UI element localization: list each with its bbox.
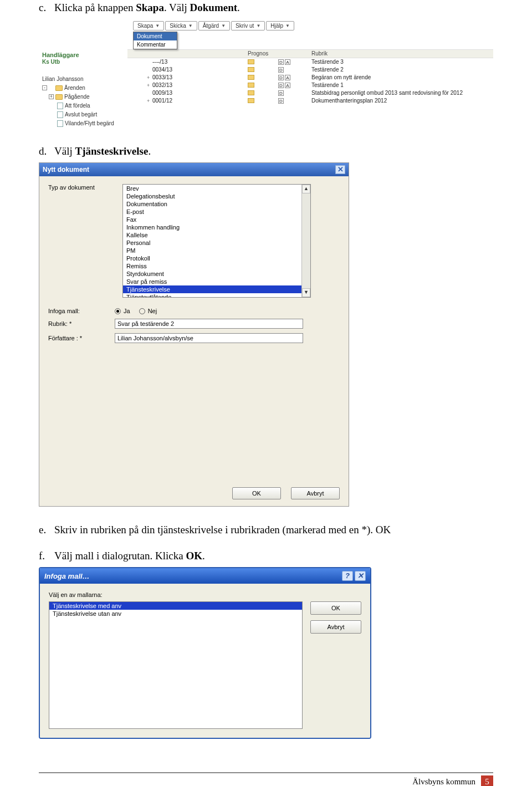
dropdown-item-dokument[interactable]: Dokument — [134, 32, 177, 40]
folder-icon — [248, 75, 254, 80]
list-item[interactable]: Dokumentation — [123, 200, 310, 208]
ok-button[interactable]: OK — [232, 487, 281, 499]
atgard-button[interactable]: Åtgärd▼ — [198, 21, 230, 30]
instruction-d: d. Välj Tjänsteskrivelse. — [39, 144, 493, 160]
list-item[interactable]: Tjänsteskrivelse utan anv — [49, 610, 302, 617]
rubrik-input[interactable] — [115, 319, 303, 329]
help-icon[interactable]: ? — [342, 571, 353, 581]
label-doc-type: Typ av dokument — [48, 184, 115, 194]
forfattare-input[interactable] — [115, 333, 303, 343]
list-item[interactable]: PM — [123, 247, 310, 254]
list-item[interactable]: Fax — [123, 216, 310, 223]
skapa-button[interactable]: Skapa▼ — [133, 21, 164, 30]
skrivut-button[interactable]: Skriv ut▼ — [231, 21, 265, 30]
dialog-title: Infoga mall… — [44, 572, 90, 580]
table-row[interactable]: 0009/13DStatsbidrag personligt ombud 201… — [127, 89, 493, 97]
scroll-down-icon[interactable]: ▼ — [302, 288, 310, 297]
doc-type-listbox[interactable]: BrevDelegationsbeslutDokumentationE-post… — [122, 184, 311, 298]
tree-item[interactable]: -Ärenden — [42, 84, 127, 93]
list-item[interactable]: Brev — [123, 185, 310, 192]
template-listbox[interactable]: Tjänsteskrivelse med anvTjänsteskrivelse… — [49, 601, 303, 729]
list-item[interactable]: Tjänsteutlåtande — [123, 293, 310, 298]
skicka-button[interactable]: Skicka▼ — [165, 21, 197, 30]
page-number: 5 — [481, 775, 493, 786]
table-row[interactable]: +0001/12DDokumenthanteringsplan 2012 — [127, 97, 493, 105]
scrollbar[interactable]: ▲ ▼ — [301, 185, 310, 297]
list-item[interactable]: Protokoll — [123, 254, 310, 262]
table-row[interactable]: 0034/13DTestärende 2 — [127, 66, 493, 74]
skapa-dropdown: Dokument Kommentar — [133, 32, 177, 49]
list-item[interactable]: Tjänsteskrivelse — [123, 285, 310, 293]
tree-item[interactable]: Att fördela — [42, 101, 127, 110]
footer-org: Älvsbyns kommun — [412, 777, 475, 787]
doc-icon — [57, 111, 63, 118]
toolbar: Skapa▼ Skicka▼ Åtgärd▼ Skriv ut▼ Hjälp▼ — [39, 19, 493, 32]
list-letter: d. — [39, 144, 54, 160]
list-item[interactable]: Personal — [123, 239, 310, 247]
folder-icon — [55, 94, 63, 100]
table-row[interactable]: +0032/13DATestärende 1 — [127, 81, 493, 89]
instruction-e: e. Skriv in rubriken på din tjänsteskriv… — [39, 522, 493, 538]
table-row[interactable]: +0033/13DABegäran om nytt ärende — [127, 74, 493, 81]
screenshot-case-list: Skapa▼ Skicka▼ Åtgärd▼ Skriv ut▼ Hjälp▼ … — [39, 19, 493, 128]
table-headers: PrognosRubrik — [127, 49, 493, 58]
hjalp-button[interactable]: Hjälp▼ — [266, 21, 294, 30]
instruction-text: Klicka på knappen Skapa. Välj Dokument. — [54, 0, 240, 16]
label-infoga-mall: Infoga mall: — [48, 308, 115, 314]
folder-icon — [248, 67, 254, 72]
screenshot-insert-template-dialog: Infoga mall… ? ✕ Välj en av mallarna: Tj… — [39, 567, 371, 739]
list-letter: e. — [39, 522, 54, 538]
screenshot-new-document-dialog: Nytt dokument ✕ Typ av dokument BrevDele… — [39, 162, 349, 507]
table-row[interactable]: ----/13DATestärende 3 — [127, 58, 493, 66]
main-table: PrognosRubrik ----/13DATestärende 30034/… — [127, 49, 493, 128]
doc-icon — [57, 103, 63, 109]
radio-ja[interactable] — [115, 308, 121, 314]
dialog-titlebar: Nytt dokument ✕ — [39, 163, 349, 176]
close-icon[interactable]: ✕ — [335, 165, 345, 174]
instruction-text: Välj Tjänsteskrivelse. — [54, 144, 151, 160]
page-footer: Älvsbyns kommun 5 — [39, 772, 493, 786]
sidebar: Handläggare Ks Utb Lilian Johansson -Äre… — [39, 49, 127, 128]
list-item[interactable]: Kallelse — [123, 231, 310, 239]
list-item[interactable]: E-post — [123, 208, 310, 216]
tree-item[interactable]: +Pågående — [42, 93, 127, 101]
list-item[interactable]: Tjänsteskrivelse med anv — [49, 602, 302, 610]
nav-tree: Lilian Johansson -Ärenden +Pågående Att … — [42, 75, 127, 128]
instruction-c: c. Klicka på knappen Skapa. Välj Dokumen… — [39, 0, 493, 16]
sidebar-subtitle: Ks Utb — [42, 59, 127, 65]
folder-icon — [248, 90, 254, 95]
user-name: Lilian Johansson — [42, 75, 127, 84]
ok-button[interactable]: OK — [310, 601, 361, 615]
avbryt-button[interactable]: Avbryt — [291, 487, 340, 499]
radio-nej[interactable] — [139, 308, 145, 314]
label-forfattare: Författare : * — [48, 335, 115, 341]
list-item[interactable]: Remiss — [123, 262, 310, 270]
list-letter: c. — [39, 0, 54, 16]
instruction-text: Välj mall i dialogrutan. Klicka OK. — [54, 548, 205, 564]
list-item[interactable]: Svar på remiss — [123, 278, 310, 285]
instruction-f: f. Välj mall i dialogrutan. Klicka OK. — [39, 548, 493, 564]
list-item[interactable]: Delegationsbeslut — [123, 192, 310, 200]
sidebar-title: Handläggare — [42, 52, 127, 58]
list-item[interactable]: Styrdokument — [123, 270, 310, 278]
doc-icon — [57, 120, 63, 127]
list-letter: f. — [39, 548, 54, 564]
label-rubrik: Rubrik: * — [48, 320, 115, 327]
folder-icon — [248, 59, 254, 64]
dialog-title: Nytt dokument — [43, 166, 89, 173]
tree-item[interactable]: Vilande/Flytt begärd — [42, 119, 127, 128]
close-icon[interactable]: ✕ — [355, 571, 366, 581]
folder-icon — [248, 98, 254, 103]
dialog-titlebar: Infoga mall… ? ✕ — [40, 568, 370, 584]
prompt-text: Välj en av mallarna: — [49, 591, 303, 598]
list-item[interactable]: Inkommen handling — [123, 223, 310, 231]
scroll-up-icon[interactable]: ▲ — [302, 185, 310, 193]
tree-item[interactable]: Avslut begärt — [42, 110, 127, 119]
instruction-text: Skriv in rubriken på din tjänsteskrivels… — [54, 522, 391, 538]
dropdown-item-kommentar[interactable]: Kommentar — [134, 40, 177, 49]
folder-icon — [248, 83, 254, 88]
avbryt-button[interactable]: Avbryt — [310, 620, 361, 634]
folder-icon — [55, 85, 63, 91]
